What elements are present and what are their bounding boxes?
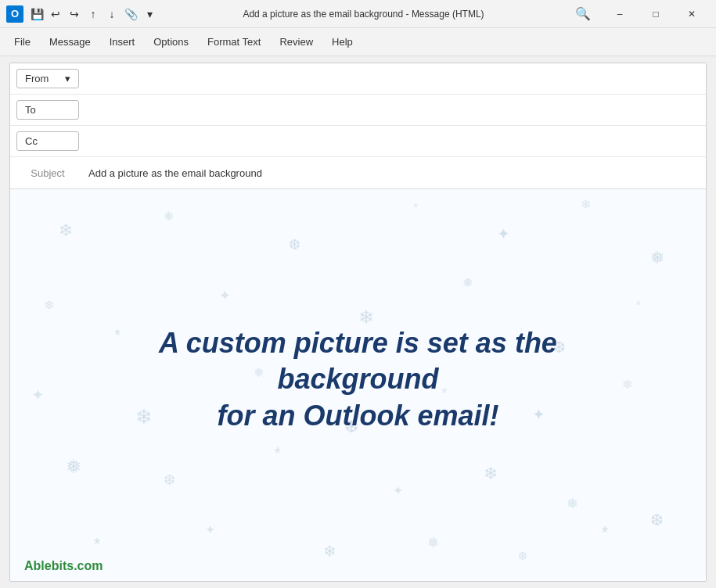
attach-button[interactable]: 📎 (122, 5, 139, 23)
maximize-button[interactable]: □ (638, 0, 674, 28)
snowflake-icon: ✦ (497, 224, 510, 243)
snowflake-icon: ❆ (45, 299, 54, 311)
quick-access-toolbar: 💾 ↩ ↪ ↑ ↓ 📎 ▾ (28, 5, 158, 23)
to-row: To (10, 95, 706, 126)
snowflake-icon: ❅ (462, 275, 473, 290)
window-title: Add a picture as the email background - … (163, 9, 564, 20)
from-row: From ▾ (10, 63, 706, 95)
ablebits-logo: Ablebits.com (24, 559, 103, 573)
from-input[interactable] (85, 66, 706, 91)
snowflake-icon: ✦ (205, 522, 215, 537)
email-line-2: for an Outlook email! (80, 398, 636, 435)
app-logo: O (6, 5, 23, 23)
window-controls: – □ ✕ (602, 0, 710, 28)
from-label: From (25, 73, 49, 84)
title-bar: O 💾 ↩ ↪ ↑ ↓ 📎 ▾ Add a picture as the ema… (0, 0, 716, 28)
subject-row: Subject Add a picture as the email backg… (10, 157, 706, 188)
brand-name: Ablebits (24, 559, 74, 572)
to-button[interactable]: To (16, 100, 79, 120)
snowflake-icon: ✦ (31, 385, 45, 404)
snowflake-icon: ❄ (484, 464, 498, 484)
email-body[interactable]: ❄❅❆*✦❄❅❆*✦❄❅❆*✦❄❅❆*✦❄❅❆*✦❄❅❆*✦❄❅❆* A cus… (10, 189, 706, 581)
snowflake-icon: ❅ (650, 248, 664, 268)
snowflake-icon: * (275, 444, 281, 462)
snowflake-icon: ❅ (567, 495, 578, 512)
undo-button[interactable]: ↩ (47, 5, 64, 23)
save-button[interactable]: 💾 (28, 5, 45, 23)
brand-suffix: .com (74, 559, 103, 572)
cc-button[interactable]: Cc (16, 131, 79, 151)
subject-value: Add a picture as the email background (85, 161, 706, 185)
menu-message[interactable]: Message (41, 33, 99, 51)
cc-input[interactable] (85, 129, 706, 153)
main-window: From ▾ To Cc Subject Add a picture as th… (9, 63, 707, 582)
menu-insert[interactable]: Insert (102, 33, 143, 51)
menu-help[interactable]: Help (324, 33, 361, 51)
email-content-text: A custom picture is set as the backgroun… (80, 324, 636, 434)
snowflake-icon: ❅ (164, 209, 174, 224)
snowflake-icon: ❅ (66, 456, 81, 478)
minimize-button[interactable]: – (602, 0, 638, 28)
to-label: To (25, 104, 36, 116)
snowflake-icon: ❄ (59, 220, 73, 241)
menu-bar: File Message Insert Options Format Text … (0, 28, 716, 56)
email-header: From ▾ To Cc Subject Add a picture as th… (10, 63, 706, 189)
snowflake-icon: ❆ (289, 236, 300, 253)
from-button[interactable]: From ▾ (16, 69, 79, 88)
email-line-1: A custom picture is set as the backgroun… (80, 324, 636, 398)
snowflake-icon: ❅ (427, 534, 439, 551)
move-down-button[interactable]: ↓ (103, 5, 121, 23)
redo-button[interactable]: ↪ (66, 5, 83, 23)
menu-review[interactable]: Review (272, 33, 321, 51)
snowflake-icon: ❆ (518, 550, 527, 562)
cc-row: Cc (10, 126, 706, 157)
snowflake-icon: ✦ (393, 483, 403, 498)
from-chevron-icon: ▾ (65, 73, 70, 84)
subject-label: Subject (16, 167, 79, 179)
snowflake-icon: * (414, 201, 418, 213)
more-button[interactable]: ▾ (141, 5, 158, 23)
snowflake-icon: * (602, 522, 609, 543)
snowflake-icon: ❄ (581, 197, 591, 212)
menu-file[interactable]: File (6, 33, 38, 51)
cc-label: Cc (25, 135, 38, 147)
snowflake-icon: ❄ (323, 542, 336, 561)
snowflake-icon: * (636, 299, 640, 311)
snowflake-icon: * (94, 534, 101, 554)
close-button[interactable]: ✕ (674, 0, 710, 28)
move-up-button[interactable]: ↑ (85, 5, 102, 23)
snowflake-icon: ✦ (219, 287, 231, 304)
menu-options[interactable]: Options (146, 33, 196, 51)
snowflake-icon: ❆ (650, 511, 664, 529)
menu-format-text[interactable]: Format Text (200, 33, 268, 51)
to-input[interactable] (85, 98, 706, 122)
snowflake-icon: ❆ (164, 471, 175, 489)
search-button[interactable]: 🔍 (569, 3, 597, 24)
